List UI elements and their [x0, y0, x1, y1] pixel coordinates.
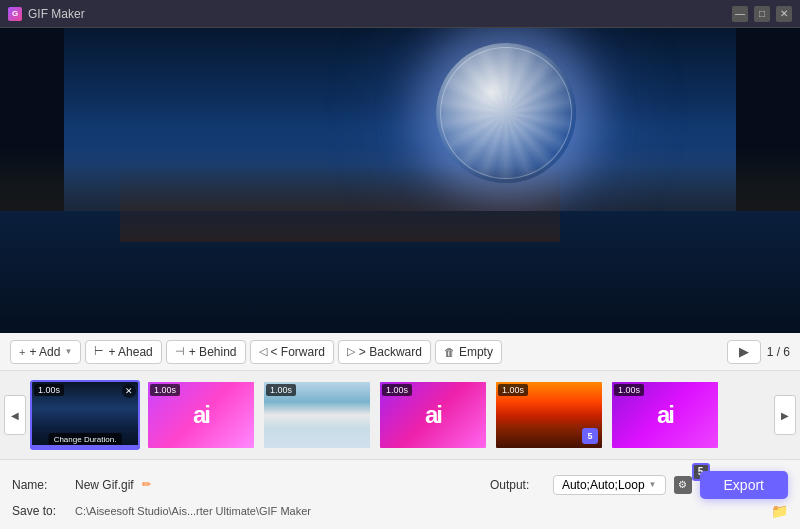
bottom-bar: Name: New Gif.gif ✏ Output: Auto;Auto;Lo…	[0, 459, 800, 529]
settings-gear-icon[interactable]: ⚙	[674, 476, 692, 494]
behind-button[interactable]: ⊣ + Behind	[166, 340, 246, 364]
duration-badge-1: 1.00s	[34, 384, 64, 396]
output-label: Output:	[490, 478, 545, 492]
toolbar: + + Add ▼ ⊢ + Ahead ⊣ + Behind ◁ < Forwa…	[0, 333, 800, 371]
backward-icon: ▷	[347, 345, 355, 358]
duration-badge-4: 1.00s	[382, 384, 412, 396]
maximize-button[interactable]: □	[754, 6, 770, 22]
film-item-6[interactable]: ai 1.00s	[610, 380, 720, 450]
export-button[interactable]: Export	[700, 471, 788, 499]
film-progress-1	[32, 445, 138, 448]
backward-button[interactable]: ▷ > Backward	[338, 340, 431, 364]
duration-badge-5: 1.00s	[498, 384, 528, 396]
duration-badge-2: 1.00s	[150, 384, 180, 396]
behind-icon: ⊣	[175, 345, 185, 358]
window-controls: — □ ✕	[732, 6, 792, 22]
ahead-button[interactable]: ⊢ + Ahead	[85, 340, 161, 364]
output-dropdown[interactable]: Auto;Auto;Loop ▼	[553, 475, 666, 495]
add-button[interactable]: + + Add ▼	[10, 340, 81, 364]
export-button-wrapper: 5 Export	[700, 471, 788, 499]
page-indicator: 1 / 6	[767, 345, 790, 359]
ahead-label: + Ahead	[108, 345, 152, 359]
film-item-3[interactable]: 1.00s	[262, 380, 372, 450]
save-row: Save to: C:\Aiseesoft Studio\Ais...rter …	[12, 503, 788, 519]
ahead-icon: ⊢	[94, 345, 104, 358]
film-item-1[interactable]: 1.00s ✕ Change Duration.	[30, 380, 140, 450]
app-icon: G	[8, 7, 22, 21]
forward-button[interactable]: ◁ < Forward	[250, 340, 334, 364]
title-bar: G GIF Maker — □ ✕	[0, 0, 800, 28]
name-label: Name:	[12, 478, 67, 492]
play-button[interactable]: ▶	[727, 340, 761, 364]
save-path-value: C:\Aiseesoft Studio\Ais...rter Ultimate\…	[75, 505, 763, 517]
app-title: GIF Maker	[28, 7, 85, 21]
close-button[interactable]: ✕	[776, 6, 792, 22]
behind-label: + Behind	[189, 345, 237, 359]
forward-label: < Forward	[271, 345, 325, 359]
backward-label: > Backward	[359, 345, 422, 359]
name-value: New Gif.gif	[75, 478, 134, 492]
filmstrip: ◀ 1.00s ✕ Change Duration. ai 1.00s 1.00…	[0, 371, 800, 459]
boat-layer	[120, 165, 560, 241]
filmstrip-next-button[interactable]: ▶	[774, 395, 796, 435]
add-icon: +	[19, 346, 25, 358]
output-value: Auto;Auto;Loop	[562, 478, 645, 492]
folder-browse-icon[interactable]: 📁	[771, 503, 788, 519]
empty-button[interactable]: 🗑 Empty	[435, 340, 502, 364]
film-item-2[interactable]: ai 1.00s	[146, 380, 256, 450]
name-row: Name: New Gif.gif ✏ Output: Auto;Auto;Lo…	[12, 471, 788, 499]
duration-badge-6: 1.00s	[614, 384, 644, 396]
add-label: + Add	[29, 345, 60, 359]
minimize-button[interactable]: —	[732, 6, 748, 22]
empty-label: Empty	[459, 345, 493, 359]
close-btn-1[interactable]: ✕	[122, 384, 136, 398]
duration-badge-3: 1.00s	[266, 384, 296, 396]
trash-icon: 🗑	[444, 346, 455, 358]
film-number-badge-5: 5	[582, 428, 598, 444]
video-content	[0, 28, 800, 333]
dropdown-arrow-icon: ▼	[64, 347, 72, 356]
play-controls: ▶ 1 / 6	[727, 340, 790, 364]
edit-name-icon[interactable]: ✏	[142, 478, 151, 491]
title-bar-left: G GIF Maker	[8, 7, 85, 21]
save-label: Save to:	[12, 504, 67, 518]
video-preview-area	[0, 28, 800, 333]
film-item-4[interactable]: ai 1.00s	[378, 380, 488, 450]
forward-icon: ◁	[259, 345, 267, 358]
play-icon: ▶	[739, 344, 749, 359]
filmstrip-prev-button[interactable]: ◀	[4, 395, 26, 435]
film-item-5[interactable]: 1.00s 5	[494, 380, 604, 450]
